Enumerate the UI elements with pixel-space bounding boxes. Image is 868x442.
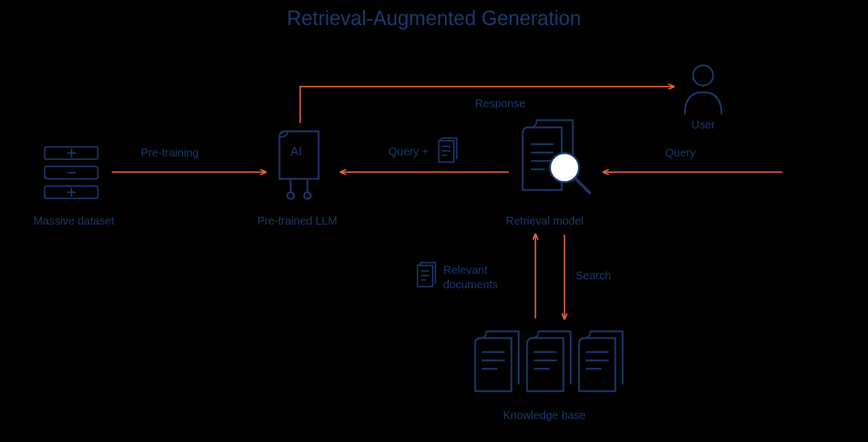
label-llm: Pre-trained LLM (257, 213, 337, 228)
dataset-icon (45, 147, 98, 198)
label-query: Query (665, 145, 695, 160)
label-search: Search (576, 268, 611, 283)
label-response: Response (475, 96, 525, 111)
svg-point-9 (287, 192, 294, 199)
label-dataset: Massive dataset (34, 213, 115, 228)
knowledge-base-icon (475, 331, 623, 391)
svg-line-21 (575, 178, 590, 193)
ai-label: AI (291, 144, 302, 158)
retrieval-model-icon (523, 120, 590, 193)
label-relevant-docs: Relevant documents (443, 263, 498, 292)
svg-point-11 (304, 192, 311, 199)
svg-point-22 (693, 65, 713, 85)
rag-diagram: Retrieval-Augmented Generation AI (0, 0, 868, 442)
label-pretraining: Pre-training (141, 145, 198, 160)
label-query-plus: Query + (388, 144, 429, 159)
label-user: User (691, 117, 715, 132)
user-icon (685, 65, 722, 115)
document-small-icon-2 (418, 263, 435, 287)
diagram-svg-layer: AI (0, 0, 868, 442)
label-knowledge: Knowledge base (503, 408, 586, 422)
ai-chip-icon: AI (279, 131, 319, 199)
document-small-icon-1 (439, 138, 457, 162)
label-retrieval: Retrieval model (506, 213, 584, 228)
